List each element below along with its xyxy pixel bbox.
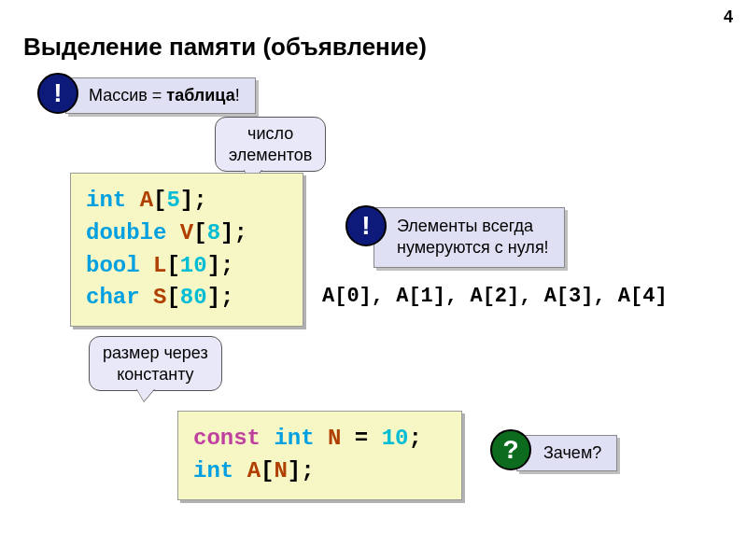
note-why: Зачем? [516,435,617,471]
note-zero-index: Элементы всегданумеруются с нуля! [374,207,565,268]
speech-size-const: размер черезконстанту [89,336,222,391]
note-array-table: Массив = таблица! [65,77,256,114]
bang-icon: ! [345,205,387,246]
code-declarations: int A[5]; double V[8]; bool L[10]; char … [70,173,303,327]
code-const: const int N = 10; int A[N]; [177,411,462,500]
question-icon: ? [490,429,531,470]
bang-icon: ! [37,73,78,114]
index-sequence: A[0], A[1], A[2], A[3], A[4] [322,285,668,308]
speech-element-count: числоэлементов [215,117,326,172]
page-number: 4 [724,7,733,27]
page-title: Выделение памяти (объявление) [23,33,427,62]
